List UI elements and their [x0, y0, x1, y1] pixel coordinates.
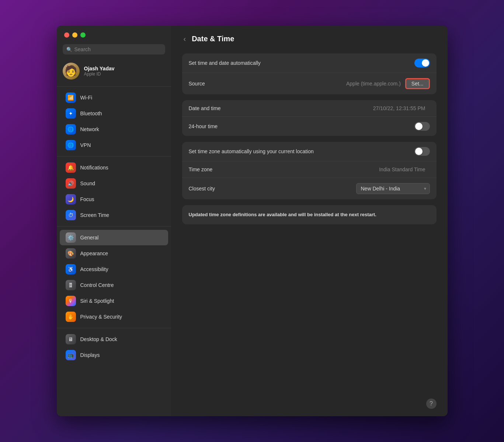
sidebar-item-desktop[interactable]: 🖥 Desktop & Dock	[60, 332, 168, 347]
city-dropdown[interactable]: New Delhi - India Mumbai - India Bangalo…	[356, 183, 430, 194]
city-select-wrapper: New Delhi - India Mumbai - India Bangalo…	[356, 183, 430, 194]
main-content: ‹ Date & Time Set time and date automati…	[171, 26, 448, 416]
toggle-knob-hour24	[415, 123, 423, 130]
set-button[interactable]: Set...	[405, 78, 430, 89]
auto-timezone-row: Set time zone automatically using your c…	[182, 142, 437, 161]
privacy-icon: ✋	[66, 312, 76, 322]
datetime-label: Date and time	[189, 105, 373, 111]
sidebar-item-notifications[interactable]: 🔔 Notifications	[60, 160, 168, 175]
avatar-emoji: 🧑	[65, 66, 77, 76]
notice-text: Updated time zone definitions are availa…	[182, 205, 437, 224]
source-label: Source	[189, 81, 346, 87]
sidebar-item-wifi[interactable]: 📶 Wi-Fi	[60, 90, 168, 105]
sidebar-item-bluetooth[interactable]: ✦ Bluetooth	[60, 106, 168, 121]
sidebar-item-general[interactable]: ⚙️ General	[60, 230, 168, 245]
sidebar-item-network[interactable]: 🌐 Network	[60, 122, 168, 137]
sidebar-label-focus: Focus	[80, 196, 94, 202]
sidebar-item-appearance[interactable]: 🎨 Appearance	[60, 246, 168, 261]
toggle-knob-tz	[415, 148, 423, 155]
main-header: ‹ Date & Time	[182, 33, 437, 45]
datetime-value: 27/10/22, 12:31:55 PM	[373, 105, 425, 111]
sidebar-divider-4	[57, 328, 171, 328]
screentime-icon: ⏱	[66, 210, 76, 220]
sidebar-item-displays[interactable]: 📺 Displays	[60, 347, 168, 363]
sidebar-label-appearance: Appearance	[80, 250, 108, 256]
sidebar-group-system: ⚙️ General 🎨 Appearance ♿ Accessibility …	[57, 228, 171, 326]
sidebar-item-siri[interactable]: 🎙 Siri & Spotlight	[60, 293, 168, 309]
sidebar-group-connectivity: 📶 Wi-Fi ✦ Bluetooth 🌐 Network 🌐	[57, 88, 171, 155]
accessibility-icon: ♿	[66, 264, 76, 274]
sidebar-label-network: Network	[80, 126, 99, 132]
closest-city-label: Closest city	[189, 186, 356, 192]
auto-timezone-toggle[interactable]	[414, 147, 430, 156]
siri-icon: 🎙	[66, 296, 76, 306]
sidebar-item-vpn[interactable]: 🌐 VPN	[60, 137, 168, 153]
search-input[interactable]	[74, 46, 161, 52]
closest-city-row: Closest city New Delhi - India Mumbai - …	[182, 178, 437, 199]
sidebar-label-siri: Siri & Spotlight	[80, 298, 114, 304]
sidebar-label-bluetooth: Bluetooth	[80, 110, 102, 116]
sidebar-divider-1	[57, 86, 171, 87]
wifi-icon: 📶	[66, 92, 76, 103]
sidebar-item-controlcentre[interactable]: 🎛 Control Centre	[60, 277, 168, 293]
sidebar-label-desktop: Desktop & Dock	[80, 336, 117, 342]
network-icon: 🌐	[66, 124, 76, 134]
sidebar-label-accessibility: Accessibility	[80, 266, 108, 272]
sidebar-label-wifi: Wi-Fi	[80, 95, 93, 101]
timezone-card: Set time zone automatically using your c…	[182, 142, 437, 199]
sidebar-item-accessibility[interactable]: ♿ Accessibility	[60, 262, 168, 277]
toggle-knob	[422, 59, 429, 67]
sidebar-item-privacy[interactable]: ✋ Privacy & Security	[60, 309, 168, 325]
desktop-icon: 🖥	[66, 334, 76, 344]
minimize-button[interactable]	[72, 32, 77, 38]
hour24-row: 24-hour time	[182, 117, 437, 136]
bluetooth-icon: ✦	[66, 108, 76, 119]
displays-icon: 📺	[66, 350, 76, 360]
sidebar-item-focus[interactable]: 🌙 Focus	[60, 192, 168, 207]
sidebar-label-sound: Sound	[80, 180, 95, 186]
sidebar: 🔍 🧑 Ojash Yadav Apple ID 📶 Wi-Fi	[57, 26, 171, 416]
maximize-button[interactable]	[80, 32, 86, 38]
notifications-icon: 🔔	[66, 162, 76, 173]
notice-card: Updated time zone definitions are availa…	[182, 205, 437, 224]
sidebar-label-controlcentre: Control Centre	[80, 282, 114, 288]
controlcentre-icon: 🎛	[66, 280, 76, 290]
help-button[interactable]: ?	[426, 399, 437, 409]
sidebar-label-notifications: Notifications	[80, 165, 108, 171]
source-row: Source Apple (time.apple.com.) Set...	[182, 73, 437, 94]
appearance-icon: 🎨	[66, 248, 76, 259]
sound-icon: 🔊	[66, 178, 76, 189]
titlebar	[57, 26, 171, 41]
auto-time-row: Set time and date automatically	[182, 53, 437, 73]
sidebar-label-displays: Displays	[80, 352, 100, 358]
user-subtitle: Apple ID	[84, 71, 115, 77]
sidebar-label-screentime: Screen Time	[80, 212, 110, 218]
sidebar-group-display: 🖥 Desktop & Dock 📺 Displays	[57, 330, 171, 365]
auto-time-toggle[interactable]	[414, 59, 430, 67]
auto-time-card: Set time and date automatically Source A…	[182, 53, 437, 94]
general-icon: ⚙️	[66, 232, 76, 243]
back-button[interactable]: ‹	[182, 33, 188, 45]
system-preferences-window: 🔍 🧑 Ojash Yadav Apple ID 📶 Wi-Fi	[57, 26, 448, 416]
sidebar-divider-2	[57, 156, 171, 157]
timezone-value: India Standard Time	[379, 166, 425, 172]
user-name: Ojash Yadav	[84, 66, 115, 71]
auto-timezone-label: Set time zone automatically using your c…	[189, 148, 414, 154]
hour24-label: 24-hour time	[189, 123, 414, 129]
vpn-icon: 🌐	[66, 140, 76, 150]
datetime-row: Date and time 27/10/22, 12:31:55 PM	[182, 100, 437, 117]
sidebar-item-screentime[interactable]: ⏱ Screen Time	[60, 207, 168, 223]
hour24-toggle[interactable]	[414, 122, 430, 131]
focus-icon: 🌙	[66, 194, 76, 204]
sidebar-group-alerts: 🔔 Notifications 🔊 Sound 🌙 Focus ⏱	[57, 158, 171, 225]
avatar: 🧑	[63, 63, 80, 80]
sidebar-label-vpn: VPN	[80, 142, 91, 148]
search-box: 🔍	[63, 44, 165, 55]
user-profile[interactable]: 🧑 Ojash Yadav Apple ID	[57, 59, 171, 85]
sidebar-item-sound[interactable]: 🔊 Sound	[60, 176, 168, 191]
close-button[interactable]	[64, 32, 69, 38]
user-info: Ojash Yadav Apple ID	[84, 66, 115, 77]
datetime-card: Date and time 27/10/22, 12:31:55 PM 24-h…	[182, 100, 437, 136]
source-value: Apple (time.apple.com.)	[346, 81, 401, 87]
page-title: Date & Time	[192, 35, 234, 43]
